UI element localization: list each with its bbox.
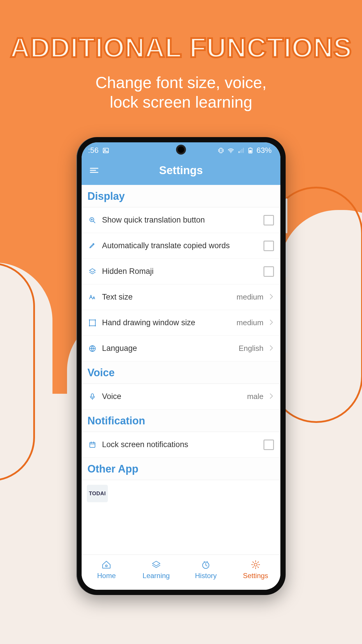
row-value: medium: [237, 318, 263, 327]
row-label: Language: [102, 344, 233, 353]
row-value: medium: [237, 293, 263, 302]
svg-point-12: [95, 325, 96, 326]
row-label: Hand drawing window size: [102, 318, 231, 327]
settings-list[interactable]: Display Show quick translation button Au…: [82, 185, 280, 554]
tab-history[interactable]: History: [181, 555, 231, 590]
svg-point-11: [89, 325, 90, 326]
row-value: English: [239, 344, 263, 353]
other-app-label: TODAI: [89, 491, 106, 497]
checkbox[interactable]: [263, 215, 274, 225]
svg-rect-14: [91, 394, 94, 397]
svg-point-18: [254, 563, 257, 566]
section-other-app: Other App: [82, 458, 280, 480]
phone-mockup: :56 63% Settings Display: [76, 137, 286, 595]
bottom-nav: Home Learning History Settings: [82, 554, 280, 590]
page-title: Settings: [159, 164, 203, 177]
svg-rect-8: [89, 320, 95, 326]
row-label: Automatically translate copied words: [102, 241, 258, 250]
row-label: Lock screen notifications: [102, 440, 258, 449]
row-label: Hidden Romaji: [102, 267, 258, 276]
tab-settings[interactable]: Settings: [231, 555, 281, 590]
svg-rect-15: [90, 442, 95, 447]
calendar-icon: [88, 441, 97, 449]
chevron-right-icon: [269, 344, 274, 353]
row-hand-drawing[interactable]: Hand drawing window size medium: [82, 310, 280, 336]
row-quick-translation[interactable]: Show quick translation button: [82, 207, 280, 233]
tab-label: Learning: [143, 572, 170, 580]
svg-point-16: [106, 565, 107, 567]
svg-point-9: [89, 319, 90, 321]
section-voice: Voice: [82, 361, 280, 384]
row-lockscreen[interactable]: Lock screen notifications: [82, 432, 280, 458]
promo-subtitle: Change font size, voice, lock screen lea…: [0, 73, 362, 112]
menu-button[interactable]: [89, 167, 99, 175]
chevron-right-icon: [269, 319, 274, 327]
svg-rect-6: [250, 148, 251, 148]
row-label: Text size: [102, 293, 231, 302]
row-voice[interactable]: Voice male: [82, 384, 280, 410]
section-display: Display: [82, 185, 280, 207]
wifi-icon: [227, 147, 234, 154]
battery-icon: [248, 147, 253, 154]
row-auto-translate[interactable]: Automatically translate copied words: [82, 233, 280, 259]
screen: :56 63% Settings Display: [82, 142, 280, 590]
picture-icon: [103, 147, 109, 154]
row-language[interactable]: Language English: [82, 336, 280, 361]
pen-icon: [88, 242, 97, 250]
checkbox[interactable]: [263, 440, 274, 450]
chevron-right-icon: [269, 393, 274, 401]
checkbox[interactable]: [263, 266, 274, 277]
svg-point-3: [230, 152, 231, 153]
svg-point-10: [95, 319, 96, 321]
status-battery: 63%: [256, 146, 272, 155]
section-notification: Notification: [82, 410, 280, 432]
row-label: Show quick translation button: [102, 216, 258, 225]
svg-rect-5: [249, 150, 252, 153]
vibrate-icon: [218, 147, 224, 154]
row-hidden-romaji[interactable]: Hidden Romaji: [82, 259, 280, 284]
row-value: male: [247, 392, 263, 401]
layers-icon: [88, 268, 97, 275]
globe-icon: [88, 345, 97, 352]
status-bar: :56 63%: [82, 142, 280, 157]
svg-point-1: [104, 149, 106, 150]
tab-learning[interactable]: Learning: [131, 555, 181, 590]
magnifier-icon: [88, 216, 97, 224]
row-label: Voice: [102, 392, 242, 401]
row-text-size[interactable]: Text size medium: [82, 284, 280, 310]
status-time: :56: [88, 146, 99, 155]
signal-icon: [238, 147, 244, 154]
promo-title: ADDITIONAL FUNCTIONS: [0, 32, 362, 64]
chevron-right-icon: [269, 293, 274, 301]
svg-rect-2: [220, 148, 222, 153]
other-app-thumbnail[interactable]: TODAI: [87, 485, 108, 502]
mic-icon: [88, 393, 97, 400]
tab-home[interactable]: Home: [82, 555, 131, 590]
tab-label: History: [195, 572, 217, 580]
text-size-icon: [88, 293, 97, 301]
checkbox[interactable]: [263, 241, 274, 251]
tab-label: Home: [97, 572, 116, 580]
tab-label: Settings: [243, 572, 268, 580]
resize-icon: [88, 319, 97, 327]
